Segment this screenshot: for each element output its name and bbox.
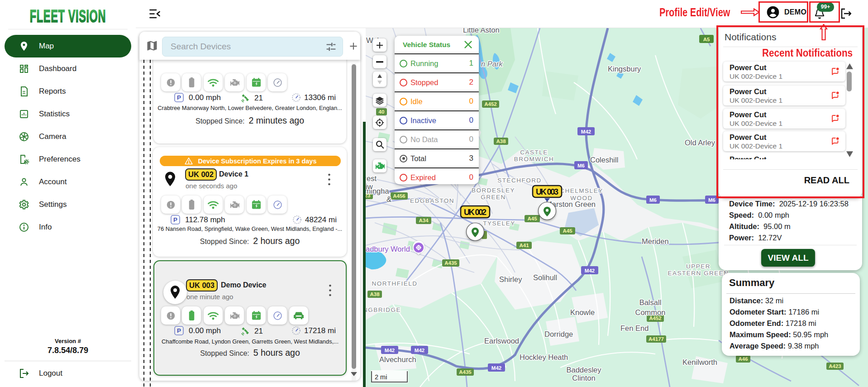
svg-text:Baddesley: Baddesley [566, 366, 601, 374]
svg-text:A41: A41 [519, 243, 529, 248]
svg-text:n Park: n Park [481, 60, 503, 68]
svg-text:CHELMSLEY: CHELMSLEY [560, 187, 603, 194]
svg-text:A38: A38 [370, 291, 380, 297]
svg-text:A34: A34 [419, 218, 429, 223]
svg-text:CASTLE: CASTLE [520, 149, 548, 156]
svg-text:Common: Common [635, 308, 666, 316]
svg-text:M6: M6 [649, 197, 657, 203]
svg-text:Earlswood: Earlswood [484, 337, 519, 345]
svg-text:EDGBASTON: EDGBASTON [410, 197, 454, 204]
svg-text:GREEN: GREEN [481, 194, 506, 201]
svg-text:ONGBRIDGE: ONGBRIDGE [366, 306, 401, 313]
svg-text:40: 40 [379, 109, 385, 115]
svg-text:Kingsbury: Kingsbury [608, 65, 641, 73]
svg-text:est: est [367, 174, 377, 182]
svg-text:M42: M42 [581, 129, 591, 134]
svg-text:Clinton: Clinton [572, 374, 595, 382]
svg-text:A5: A5 [703, 37, 710, 42]
svg-text:P: P [177, 327, 181, 334]
svg-text:P: P [173, 216, 177, 223]
svg-text:UK 002: UK 002 [464, 208, 486, 217]
svg-text:A452: A452 [484, 101, 497, 107]
svg-text:A456: A456 [393, 193, 405, 199]
svg-text:A38: A38 [496, 139, 506, 144]
svg-text:BORDESLEY: BORDESLEY [472, 187, 515, 194]
svg-text:Shirley: Shirley [499, 275, 522, 283]
svg-text:A46: A46 [738, 356, 748, 362]
svg-text:&: & [386, 195, 391, 203]
svg-text:Solihull: Solihull [533, 273, 557, 282]
svg-text:Fen End: Fen End [620, 324, 649, 332]
svg-text:Coleshill: Coleshill [590, 156, 618, 164]
svg-text:STECHFORD: STECHFORD [497, 177, 542, 184]
svg-text:2 mi: 2 mi [375, 373, 387, 381]
svg-text:Alvechurch: Alvechurch [379, 355, 416, 363]
svg-text:M6: M6 [708, 197, 715, 203]
svg-text:A435: A435 [444, 260, 457, 266]
svg-text:adbury World: adbury World [366, 245, 410, 253]
svg-text:Dorridge: Dorridge [544, 330, 573, 338]
svg-text:BROMWICH: BROMWICH [514, 156, 554, 162]
svg-text:FLEET VISION: FLEET VISION [30, 6, 106, 26]
svg-text:iw: iw [366, 182, 373, 191]
svg-text:Old Arley: Old Arley [685, 139, 715, 147]
svg-text:Hockley Heath: Hockley Heath [520, 353, 568, 361]
svg-text:M42: M42 [585, 268, 595, 273]
svg-text:M42: M42 [415, 348, 424, 353]
svg-text:NORTHFIELD: NORTHFIELD [372, 280, 417, 287]
svg-text:P: P [177, 94, 181, 101]
svg-text:UPPER: UPPER [686, 263, 711, 270]
svg-text:TYSELEY: TYSELEY [483, 220, 515, 227]
svg-text:A4177: A4177 [649, 336, 664, 342]
svg-text:Little Aston: Little Aston [463, 28, 500, 34]
svg-text:A45: A45 [527, 216, 537, 221]
svg-text:A45: A45 [563, 228, 572, 234]
svg-text:M42: M42 [385, 348, 395, 353]
svg-text:A435: A435 [459, 369, 472, 375]
svg-text:M42: M42 [491, 365, 501, 371]
svg-text:Meriden: Meriden [642, 237, 669, 245]
svg-text:EASTERN GREEN: EASTERN GREEN [668, 270, 729, 277]
svg-text:Kenilworth: Kenilworth [682, 358, 717, 366]
svg-text:M6: M6 [577, 163, 585, 168]
svg-text:Knowle: Knowle [570, 308, 595, 316]
svg-text:Balsall: Balsall [639, 298, 662, 306]
svg-text:A423: A423 [829, 363, 841, 369]
svg-text:UK 003: UK 003 [536, 187, 558, 196]
